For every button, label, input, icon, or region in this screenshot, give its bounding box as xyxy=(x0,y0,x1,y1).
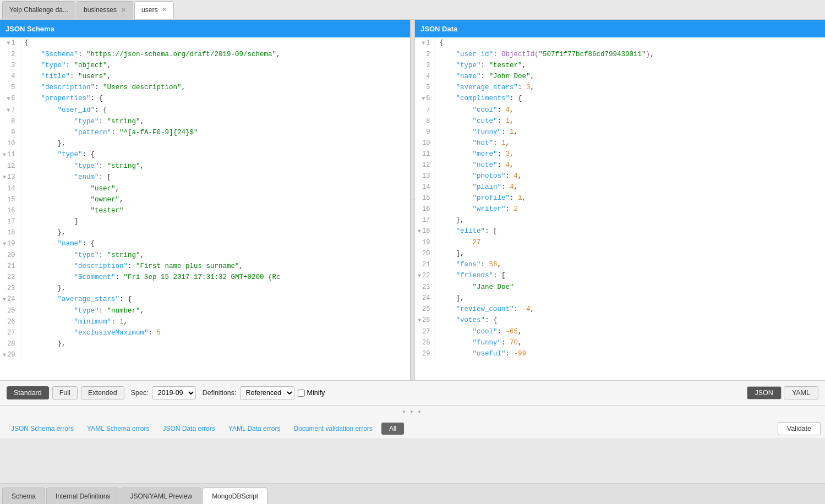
tab-businesses-close[interactable]: ✕ xyxy=(121,7,126,14)
table-row: 16 "writer": 2 xyxy=(415,204,825,215)
collapse-icon[interactable]: ▼ xyxy=(7,96,10,102)
line-number: 28 xyxy=(0,338,20,349)
collapse-icon[interactable]: ▼ xyxy=(418,228,421,234)
bottom-tab-json-yaml-preview[interactable]: JSON/YAML Preview xyxy=(121,487,201,504)
table-row: 8 "cute": 1, xyxy=(415,116,825,127)
collapse-icon[interactable]: ▼ xyxy=(3,174,6,180)
tab-businesses[interactable]: businesses ✕ xyxy=(77,1,133,19)
line-content: "user_id": { xyxy=(20,105,410,116)
minify-checkbox-wrap[interactable]: Minify xyxy=(298,389,325,397)
table-row: ▼11 "type": { xyxy=(0,149,410,161)
line-content: "type": "string", xyxy=(20,161,410,172)
spec-label: Spec: xyxy=(131,389,149,397)
json-schema-errors-tab[interactable]: JSON Schema errors xyxy=(4,423,80,435)
line-number: 26 xyxy=(0,316,20,327)
json-schema-editor[interactable]: ▼1{2 "$schema": "https://json-schema.org… xyxy=(0,37,410,380)
yaml-schema-errors-tab[interactable]: YAML Schema errors xyxy=(80,423,156,435)
json-data-errors-tab[interactable]: JSON Data errors xyxy=(156,423,221,435)
line-number: ▼18 xyxy=(415,226,435,237)
line-content: "compliments": { xyxy=(435,93,825,105)
line-number: 21 xyxy=(415,259,435,270)
collapse-icon[interactable]: ▼ xyxy=(3,352,6,358)
toolbar-right: JSON YAML xyxy=(747,386,818,399)
tab-users-close[interactable]: ✕ xyxy=(162,6,167,13)
line-number: ▼26 xyxy=(415,315,435,326)
line-content: }, xyxy=(20,283,410,294)
tab-bar: Yelp Challenge da... businesses ✕ users … xyxy=(0,0,825,20)
line-content: }, xyxy=(20,338,410,349)
line-content: "profile": 1, xyxy=(435,193,825,204)
toolbar: Standard Full Extended Spec: 2019-09 dra… xyxy=(0,380,825,406)
line-content: "writer": 2 xyxy=(435,204,825,215)
line-number: ▼11 xyxy=(0,149,20,161)
line-number: ▼19 xyxy=(0,238,20,250)
table-row: 11 "more": 3, xyxy=(415,149,825,160)
table-row: 22 "$comment": "Fri Sep 15 2017 17:31:32… xyxy=(0,272,410,283)
table-row: 27 "exclusiveMaximum": 5 xyxy=(0,327,410,338)
collapse-icon[interactable]: ▼ xyxy=(418,317,421,324)
definitions-select[interactable]: Referenced Inline None xyxy=(240,386,294,399)
table-row: 10 "hot": 1, xyxy=(415,138,825,149)
table-row: ▼13 "enum": [ xyxy=(0,172,410,183)
line-content: "note": 4, xyxy=(435,160,825,171)
validate-button[interactable]: Validate xyxy=(778,422,821,435)
collapse-icon[interactable]: ▼ xyxy=(3,152,6,158)
standard-button[interactable]: Standard xyxy=(7,386,49,399)
collapse-icon[interactable]: ▼ xyxy=(3,297,6,303)
collapse-icon[interactable]: ▼ xyxy=(3,241,6,247)
collapse-icon[interactable]: ▼ xyxy=(7,40,10,46)
all-button[interactable]: All xyxy=(381,423,404,435)
table-row: 8 "type": "string", xyxy=(0,116,410,127)
table-row: 23 }, xyxy=(0,283,410,294)
bottom-tab-internal-definitions[interactable]: Internal Definitions xyxy=(46,487,119,504)
table-row: 12 "type": "string", xyxy=(0,161,410,172)
table-row: 29 "useful": -99 xyxy=(415,348,825,359)
line-content: { xyxy=(435,37,825,49)
table-row: 15 "profile": 1, xyxy=(415,193,825,204)
json-button[interactable]: JSON xyxy=(747,386,782,399)
table-row: 2 "$schema": "https://json-schema.org/dr… xyxy=(0,49,410,60)
line-number: 12 xyxy=(415,160,435,171)
bottom-tab-schema[interactable]: Schema xyxy=(2,487,45,504)
minify-checkbox[interactable] xyxy=(298,390,305,397)
line-content: "description": "Users description", xyxy=(20,82,410,93)
line-number: 5 xyxy=(415,82,435,93)
doc-validation-errors-tab[interactable]: Document validation errors xyxy=(287,423,379,435)
tab-yelp[interactable]: Yelp Challenge da... xyxy=(2,1,75,19)
line-content: }, xyxy=(20,138,410,149)
table-row: 7 "cool": 4, xyxy=(415,105,825,116)
spec-select[interactable]: 2019-09 draft-07 draft-06 xyxy=(152,386,196,399)
line-content: "average_stars": { xyxy=(20,294,410,305)
bottom-tab-mongodb-script[interactable]: MongoDBScript xyxy=(203,487,267,504)
line-content: "minimum": 1, xyxy=(20,316,410,327)
table-row: ▼29 xyxy=(0,349,410,361)
line-number: ▼6 xyxy=(415,93,435,105)
collapse-icon[interactable]: ▼ xyxy=(7,107,10,113)
line-number: 21 xyxy=(0,261,20,272)
table-row: ▼6 "properties": { xyxy=(0,93,410,105)
tab-users[interactable]: users ✕ xyxy=(134,1,174,19)
table-row: 14 "user", xyxy=(0,183,410,194)
line-content: "pattern": "^[a-fA-F0-9]{24}$" xyxy=(20,127,410,138)
table-row: 14 "plain": 4, xyxy=(415,182,825,193)
table-row: 28 }, xyxy=(0,338,410,349)
table-row: 19 27 xyxy=(415,237,825,248)
collapse-icon[interactable]: ▼ xyxy=(422,40,425,46)
collapse-icon[interactable]: ▼ xyxy=(422,96,425,102)
collapse-icon[interactable]: ▼ xyxy=(418,273,421,279)
full-button[interactable]: Full xyxy=(52,386,78,399)
line-number: 20 xyxy=(415,248,435,259)
yaml-button[interactable]: YAML xyxy=(784,386,818,399)
panel-resizer[interactable]: ⋮ xyxy=(411,20,415,380)
yaml-data-errors-tab[interactable]: YAML Data errors xyxy=(222,423,287,435)
json-data-editor[interactable]: ▼1{2 "user_id": ObjectId("507f1f77bcf86c… xyxy=(415,37,825,380)
table-row: 4 "title": "users", xyxy=(0,71,410,82)
line-number: 15 xyxy=(415,193,435,204)
line-content: "more": 3, xyxy=(435,149,825,160)
dots-row: • • • xyxy=(0,406,825,418)
line-content: "plain": 4, xyxy=(435,182,825,193)
extended-button[interactable]: Extended xyxy=(81,386,124,399)
line-number: 23 xyxy=(0,283,20,294)
table-row: 2 "user_id": ObjectId("507f1f77bcf86cd79… xyxy=(415,49,825,60)
table-row: ▼19 "name": { xyxy=(0,238,410,250)
